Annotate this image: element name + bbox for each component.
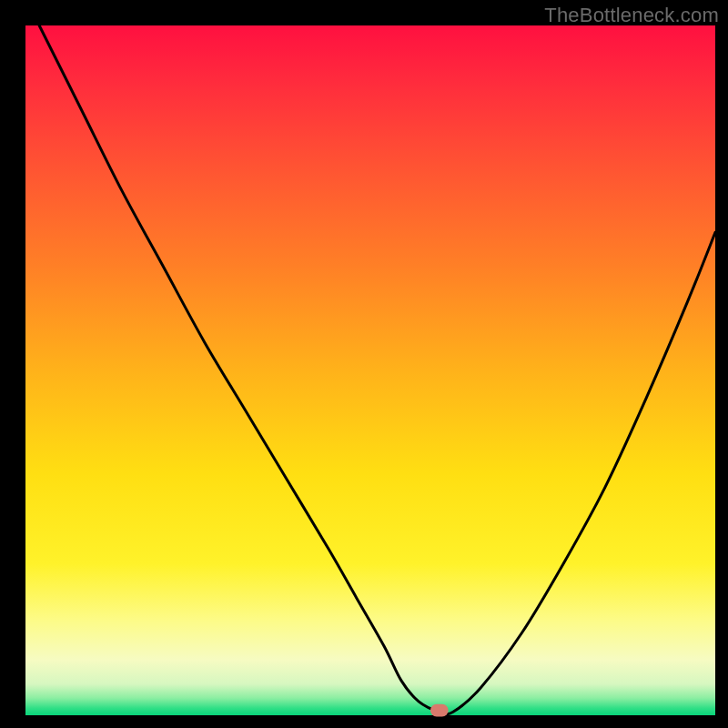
bottleneck-chart bbox=[0, 0, 728, 728]
plot-background bbox=[25, 25, 715, 715]
watermark-text: TheBottleneck.com bbox=[544, 4, 719, 27]
optimum-marker bbox=[430, 704, 449, 717]
chart-frame: { "watermark": "TheBottleneck.com", "cha… bbox=[0, 0, 728, 728]
